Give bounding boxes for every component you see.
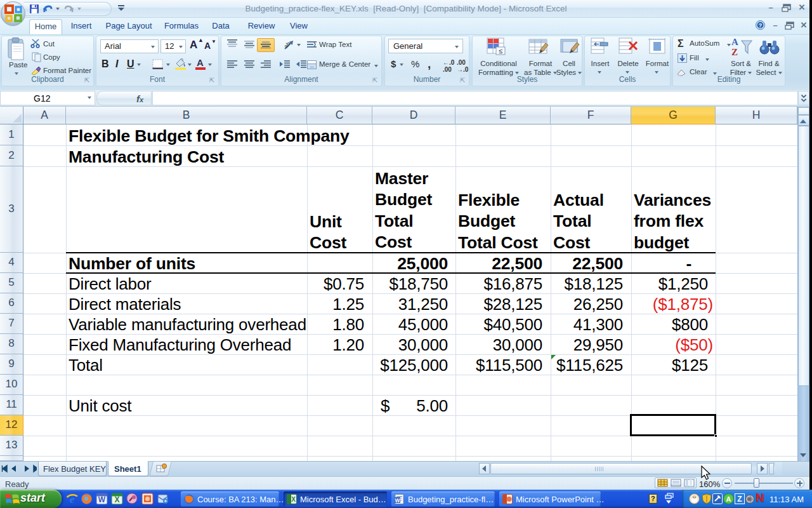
- svg-text:A: A: [731, 37, 738, 47]
- svg-text:A: A: [726, 495, 731, 503]
- svg-text:W: W: [98, 495, 106, 504]
- svg-text:X: X: [291, 496, 296, 503]
- svg-text:X: X: [114, 495, 119, 504]
- svg-text:↔: ↔: [310, 64, 315, 69]
- svg-text:Z: Z: [731, 47, 738, 57]
- svg-text:?: ?: [759, 22, 763, 29]
- svg-text:W: W: [395, 497, 400, 504]
- svg-text:≤: ≤: [499, 47, 502, 55]
- svg-text:Z: Z: [737, 495, 742, 504]
